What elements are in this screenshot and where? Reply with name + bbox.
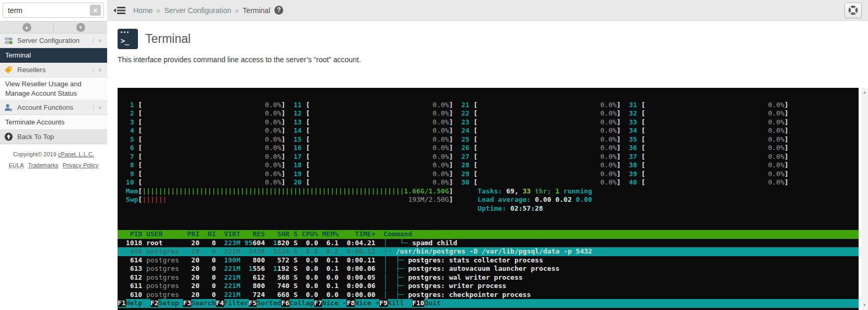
back-to-top[interactable]: Back To Top bbox=[0, 130, 107, 144]
life-ring-icon bbox=[848, 5, 858, 15]
terminal-line: Swp[|||||| 193M/2.50G] Load average: 0.0… bbox=[122, 196, 854, 204]
sidebar-header-server-configuration[interactable]: Server Configuration∨ bbox=[0, 33, 107, 48]
terminal-scrollbar[interactable]: ▲ ▼ bbox=[861, 88, 868, 310]
footer-link-eula[interactable]: EULA bbox=[9, 162, 24, 168]
terminal-line: 1 [ 0.0%] 11 [ 0.0%] 21 [ 0.0%] 31 [ 0.0… bbox=[122, 101, 854, 110]
scrollbar-down-arrow[interactable]: ▼ bbox=[861, 302, 868, 309]
arrow-up-icon[interactable]: ▲ bbox=[22, 23, 31, 32]
breadcrumb-separator: » bbox=[235, 6, 239, 15]
chevron-down-icon[interactable]: ∨ bbox=[93, 67, 103, 73]
process-row: 486 postgres 20 0 221M 3436 3224 S 0.0 0… bbox=[118, 247, 859, 256]
arrow-up-circle-icon bbox=[4, 132, 13, 141]
footer-copyright: Copyright© 2019 cPanel, L.L.C. bbox=[2, 149, 105, 160]
terminal-line bbox=[122, 222, 854, 231]
process-row: 1018 root 20 0 223M 95604 1820 S 0.0 6.1… bbox=[122, 239, 854, 248]
sidebar-search-row: × bbox=[0, 0, 107, 21]
process-row: 613 postgres 20 0 221M 1556 1192 S 0.0 0… bbox=[122, 265, 854, 273]
breadcrumb-server-configuration[interactable]: Server Configuration bbox=[164, 6, 231, 15]
footer-link-cpanel[interactable]: cPanel, L.L.C. bbox=[58, 151, 94, 157]
copyright-text: Copyright© 2019 bbox=[13, 151, 58, 157]
sidebar-menu: Server Configuration∨TerminalResellers∨V… bbox=[0, 33, 107, 144]
process-row: 610 postgres 20 0 221M 724 668 S 0.0 0.0… bbox=[122, 291, 854, 300]
back-to-top-label: Back To Top bbox=[17, 133, 54, 141]
support-button[interactable] bbox=[844, 3, 862, 18]
sidebar-header-label: Server Configuration bbox=[17, 37, 79, 44]
scroll-down-cell[interactable]: ▼ bbox=[53, 21, 107, 33]
scrollbar-up-arrow[interactable]: ▲ bbox=[861, 89, 868, 96]
process-row: 612 postgres 20 0 221M 612 568 S 0.0 0.0… bbox=[122, 273, 854, 282]
function-key-bar: F1Help F2Setup F3SearchF4FilterF5SortedF… bbox=[118, 299, 859, 308]
tag-icon bbox=[4, 66, 14, 74]
chevron-down-icon[interactable]: ∨ bbox=[93, 38, 103, 43]
page-title: Terminal bbox=[145, 32, 191, 46]
sidebar-item-terminal[interactable]: Terminal bbox=[0, 48, 107, 63]
page-heading: >_ Terminal bbox=[118, 29, 191, 49]
terminal-line: 8 [ 0.0%] 18 [ 0.0%] 28 [ 0.0%] 38 [ 0.0… bbox=[122, 161, 854, 170]
help-icon[interactable]: ? bbox=[274, 6, 283, 15]
terminal-line: 3 [ 0.0%] 13 [ 0.0%] 23 [ 0.0%] 33 [ 0.0… bbox=[122, 118, 854, 127]
terminal-line bbox=[122, 92, 854, 101]
footer-link-trademarks[interactable]: Trademarks bbox=[28, 162, 59, 168]
user-icon bbox=[4, 104, 14, 112]
terminal-icon-dots bbox=[121, 31, 129, 33]
terminal-line: Uptime: 02:57:28 bbox=[122, 204, 854, 213]
terminal-icon: >_ bbox=[118, 29, 138, 49]
footer-links: EULATrademarksPrivacy Policy bbox=[2, 160, 105, 171]
process-row: 611 postgres 20 0 221M 800 740 S 0.0 0.1… bbox=[122, 282, 854, 291]
sidebar-footer: Copyright© 2019 cPanel, L.L.C. EULATrade… bbox=[0, 144, 107, 171]
chevron-down-icon[interactable]: ∨ bbox=[93, 105, 103, 110]
arrow-down-icon[interactable]: ▼ bbox=[76, 23, 85, 32]
scroll-up-cell[interactable]: ▲ bbox=[0, 21, 53, 33]
footer-link-privacy[interactable]: Privacy Policy bbox=[63, 162, 98, 168]
terminal-prompt-glyph: >_ bbox=[121, 37, 129, 45]
topbar: Home»Server Configuration»Terminal ? bbox=[107, 0, 868, 21]
breadcrumb-separator: » bbox=[156, 6, 160, 15]
terminal-line: 2 [ 0.0%] 12 [ 0.0%] 22 [ 0.0%] 32 [ 0.0… bbox=[122, 109, 854, 118]
breadcrumb: Home»Server Configuration»Terminal bbox=[133, 6, 270, 15]
terminal-line: 9 [ 0.0%] 19 [ 0.0%] 29 [ 0.0%] 39 [ 0.0… bbox=[122, 170, 854, 179]
sidebar-item-terminate-accounts[interactable]: Terminate Accounts bbox=[0, 115, 107, 130]
sidebar: × ▲ ▼ Server Configuration∨TerminalResel… bbox=[0, 0, 107, 310]
hamburger-collapse-icon bbox=[113, 6, 126, 15]
sidebar-item-label: Terminate Accounts bbox=[5, 118, 64, 127]
sidebar-header-account-functions[interactable]: Account Functions∨ bbox=[0, 100, 107, 115]
sidebar-item-view-reseller-usage-and-manage-account-status[interactable]: View Reseller Usage and Manage Account S… bbox=[0, 77, 107, 100]
process-row: 614 postgres 20 0 190M 800 572 S 0.0 0.1… bbox=[122, 256, 854, 265]
server-icon bbox=[4, 37, 14, 45]
process-table-header: PID USER PRI NI VIRT RES SHR S CPU% MEM%… bbox=[118, 230, 859, 239]
terminal-line: 6 [ 0.0%] 16 [ 0.0%] 26 [ 0.0%] 36 [ 0.0… bbox=[122, 144, 854, 153]
terminal-line: 4 [ 0.0%] 14 [ 0.0%] 24 [ 0.0%] 34 [ 0.0… bbox=[122, 127, 854, 135]
sidebar-header-label: Resellers bbox=[17, 66, 45, 74]
sidebar-header-resellers[interactable]: Resellers∨ bbox=[0, 63, 107, 77]
terminal-line: 10 [ 0.0%] 20 [ 0.0%] 30 [ 0.0%] 40 [ 0.… bbox=[122, 178, 854, 187]
search-clear-button[interactable]: × bbox=[90, 5, 101, 16]
breadcrumb-home[interactable]: Home bbox=[133, 6, 153, 15]
terminal-line: 7 [ 0.0%] 17 [ 0.0%] 27 [ 0.0%] 37 [ 0.0… bbox=[122, 153, 854, 162]
sidebar-nav-arrows: ▲ ▼ bbox=[0, 21, 107, 33]
search-input[interactable] bbox=[3, 3, 104, 18]
sidebar-item-label: Terminal bbox=[5, 51, 31, 60]
breadcrumb-terminal: Terminal bbox=[242, 6, 270, 15]
sidebar-collapse-button[interactable] bbox=[113, 6, 126, 15]
sidebar-item-label: View Reseller Usage and Manage Account S… bbox=[5, 79, 102, 98]
terminal-line bbox=[122, 213, 854, 222]
terminal[interactable]: 1 [ 0.0%] 11 [ 0.0%] 21 [ 0.0%] 31 [ 0.0… bbox=[118, 88, 859, 310]
sidebar-header-label: Account Functions bbox=[17, 104, 73, 111]
terminal-line: Mem[||||||||||||||||||||||||||||||||||||… bbox=[122, 187, 854, 196]
terminal-line: 5 [ 0.0%] 15 [ 0.0%] 25 [ 0.0%] 35 [ 0.0… bbox=[122, 135, 854, 144]
page-description: This interface provides command line acc… bbox=[118, 55, 361, 64]
